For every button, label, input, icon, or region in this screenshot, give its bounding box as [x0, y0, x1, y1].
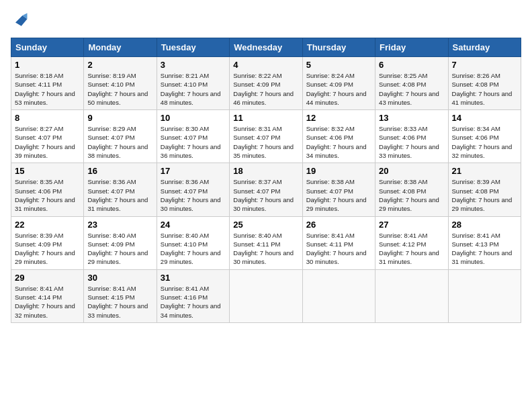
day-number: 16 [87, 166, 152, 176]
day-number: 1 [15, 60, 80, 70]
day-info: Sunrise: 8:41 AM Sunset: 4:15 PM Dayligh… [87, 284, 152, 320]
calendar-cell: 20 Sunrise: 8:38 AM Sunset: 4:08 PM Dayl… [375, 163, 448, 216]
day-info: Sunrise: 8:40 AM Sunset: 4:10 PM Dayligh… [161, 231, 226, 267]
day-info: Sunrise: 8:33 AM Sunset: 4:06 PM Dayligh… [379, 124, 444, 160]
calendar-header-row: SundayMondayTuesdayWednesdayThursdayFrid… [11, 38, 521, 57]
calendar-cell: 12 Sunrise: 8:32 AM Sunset: 4:06 PM Dayl… [302, 110, 375, 163]
day-info: Sunrise: 8:39 AM Sunset: 4:08 PM Dayligh… [452, 177, 517, 213]
day-info: Sunrise: 8:18 AM Sunset: 4:11 PM Dayligh… [15, 71, 80, 107]
day-number: 9 [87, 113, 152, 123]
day-number: 28 [452, 220, 517, 230]
calendar-cell: 28 Sunrise: 8:41 AM Sunset: 4:13 PM Dayl… [448, 216, 521, 269]
calendar-table: SundayMondayTuesdayWednesdayThursdayFrid… [11, 38, 521, 323]
weekday-header-tuesday: Tuesday [157, 38, 229, 57]
day-number: 29 [15, 273, 80, 283]
day-info: Sunrise: 8:22 AM Sunset: 4:09 PM Dayligh… [233, 71, 298, 107]
day-info: Sunrise: 8:32 AM Sunset: 4:06 PM Dayligh… [306, 124, 371, 160]
weekday-header-wednesday: Wednesday [230, 38, 302, 57]
weekday-header-sunday: Sunday [11, 38, 84, 57]
calendar-cell: 2 Sunrise: 8:19 AM Sunset: 4:10 PM Dayli… [84, 57, 157, 110]
day-info: Sunrise: 8:38 AM Sunset: 4:08 PM Dayligh… [379, 177, 444, 213]
day-number: 15 [15, 166, 80, 176]
day-number: 8 [15, 113, 80, 123]
weekday-header-saturday: Saturday [448, 38, 521, 57]
day-info: Sunrise: 8:41 AM Sunset: 4:13 PM Dayligh… [452, 231, 517, 267]
calendar-week-3: 15 Sunrise: 8:35 AM Sunset: 4:06 PM Dayl… [11, 163, 521, 216]
day-number: 14 [452, 113, 517, 123]
calendar-cell [302, 269, 375, 322]
calendar-cell: 17 Sunrise: 8:36 AM Sunset: 4:07 PM Dayl… [157, 163, 229, 216]
day-number: 18 [233, 166, 298, 176]
day-number: 11 [233, 113, 298, 123]
day-info: Sunrise: 8:30 AM Sunset: 4:07 PM Dayligh… [161, 124, 226, 160]
calendar-cell: 15 Sunrise: 8:35 AM Sunset: 4:06 PM Dayl… [11, 163, 84, 216]
calendar-cell: 21 Sunrise: 8:39 AM Sunset: 4:08 PM Dayl… [448, 163, 521, 216]
day-number: 23 [87, 220, 152, 230]
calendar-week-1: 1 Sunrise: 8:18 AM Sunset: 4:11 PM Dayli… [11, 57, 521, 110]
calendar-cell: 4 Sunrise: 8:22 AM Sunset: 4:09 PM Dayli… [230, 57, 302, 110]
day-number: 10 [161, 113, 226, 123]
calendar-cell [375, 269, 448, 322]
page-header [11, 11, 521, 30]
day-number: 13 [379, 113, 444, 123]
day-number: 4 [233, 60, 298, 70]
day-info: Sunrise: 8:36 AM Sunset: 4:07 PM Dayligh… [87, 177, 152, 213]
day-info: Sunrise: 8:27 AM Sunset: 4:07 PM Dayligh… [15, 124, 80, 160]
weekday-header-monday: Monday [84, 38, 157, 57]
logo [11, 11, 32, 30]
day-info: Sunrise: 8:29 AM Sunset: 4:07 PM Dayligh… [87, 124, 152, 160]
day-number: 7 [452, 60, 517, 70]
calendar-cell: 16 Sunrise: 8:36 AM Sunset: 4:07 PM Dayl… [84, 163, 157, 216]
day-number: 12 [306, 113, 371, 123]
weekday-header-thursday: Thursday [302, 38, 375, 57]
calendar-cell: 7 Sunrise: 8:26 AM Sunset: 4:08 PM Dayli… [448, 57, 521, 110]
day-info: Sunrise: 8:40 AM Sunset: 4:09 PM Dayligh… [87, 231, 152, 267]
calendar-cell: 27 Sunrise: 8:41 AM Sunset: 4:12 PM Dayl… [375, 216, 448, 269]
day-number: 17 [161, 166, 226, 176]
day-number: 27 [379, 220, 444, 230]
day-number: 22 [15, 220, 80, 230]
day-info: Sunrise: 8:21 AM Sunset: 4:10 PM Dayligh… [161, 71, 226, 107]
day-info: Sunrise: 8:41 AM Sunset: 4:11 PM Dayligh… [306, 231, 371, 267]
day-number: 26 [306, 220, 371, 230]
day-number: 5 [306, 60, 371, 70]
calendar-cell: 23 Sunrise: 8:40 AM Sunset: 4:09 PM Dayl… [84, 216, 157, 269]
calendar-cell: 13 Sunrise: 8:33 AM Sunset: 4:06 PM Dayl… [375, 110, 448, 163]
day-info: Sunrise: 8:41 AM Sunset: 4:14 PM Dayligh… [15, 284, 80, 320]
calendar-cell: 8 Sunrise: 8:27 AM Sunset: 4:07 PM Dayli… [11, 110, 84, 163]
day-info: Sunrise: 8:38 AM Sunset: 4:07 PM Dayligh… [306, 177, 371, 213]
calendar-week-5: 29 Sunrise: 8:41 AM Sunset: 4:14 PM Dayl… [11, 269, 521, 322]
calendar-cell: 3 Sunrise: 8:21 AM Sunset: 4:10 PM Dayli… [157, 57, 229, 110]
calendar-cell: 24 Sunrise: 8:40 AM Sunset: 4:10 PM Dayl… [157, 216, 229, 269]
calendar-cell: 6 Sunrise: 8:25 AM Sunset: 4:08 PM Dayli… [375, 57, 448, 110]
calendar-cell: 26 Sunrise: 8:41 AM Sunset: 4:11 PM Dayl… [302, 216, 375, 269]
day-number: 30 [87, 273, 152, 283]
calendar-cell: 19 Sunrise: 8:38 AM Sunset: 4:07 PM Dayl… [302, 163, 375, 216]
calendar-cell: 25 Sunrise: 8:40 AM Sunset: 4:11 PM Dayl… [230, 216, 302, 269]
calendar-cell: 29 Sunrise: 8:41 AM Sunset: 4:14 PM Dayl… [11, 269, 84, 322]
day-info: Sunrise: 8:37 AM Sunset: 4:07 PM Dayligh… [233, 177, 298, 213]
day-info: Sunrise: 8:41 AM Sunset: 4:12 PM Dayligh… [379, 231, 444, 267]
weekday-header-friday: Friday [375, 38, 448, 57]
day-number: 24 [161, 220, 226, 230]
calendar-cell: 22 Sunrise: 8:39 AM Sunset: 4:09 PM Dayl… [11, 216, 84, 269]
calendar-cell [230, 269, 302, 322]
day-number: 19 [306, 166, 371, 176]
day-info: Sunrise: 8:24 AM Sunset: 4:09 PM Dayligh… [306, 71, 371, 107]
day-number: 6 [379, 60, 444, 70]
day-info: Sunrise: 8:41 AM Sunset: 4:16 PM Dayligh… [161, 284, 226, 320]
calendar-cell: 30 Sunrise: 8:41 AM Sunset: 4:15 PM Dayl… [84, 269, 157, 322]
day-number: 25 [233, 220, 298, 230]
day-info: Sunrise: 8:35 AM Sunset: 4:06 PM Dayligh… [15, 177, 80, 213]
day-info: Sunrise: 8:40 AM Sunset: 4:11 PM Dayligh… [233, 231, 298, 267]
day-info: Sunrise: 8:31 AM Sunset: 4:07 PM Dayligh… [233, 124, 298, 160]
calendar-cell: 18 Sunrise: 8:37 AM Sunset: 4:07 PM Dayl… [230, 163, 302, 216]
calendar-cell: 31 Sunrise: 8:41 AM Sunset: 4:16 PM Dayl… [157, 269, 229, 322]
calendar-cell: 1 Sunrise: 8:18 AM Sunset: 4:11 PM Dayli… [11, 57, 84, 110]
calendar-cell: 11 Sunrise: 8:31 AM Sunset: 4:07 PM Dayl… [230, 110, 302, 163]
calendar-cell: 10 Sunrise: 8:30 AM Sunset: 4:07 PM Dayl… [157, 110, 229, 163]
day-info: Sunrise: 8:34 AM Sunset: 4:06 PM Dayligh… [452, 124, 517, 160]
calendar-cell: 5 Sunrise: 8:24 AM Sunset: 4:09 PM Dayli… [302, 57, 375, 110]
logo-icon [11, 11, 30, 30]
day-info: Sunrise: 8:19 AM Sunset: 4:10 PM Dayligh… [87, 71, 152, 107]
